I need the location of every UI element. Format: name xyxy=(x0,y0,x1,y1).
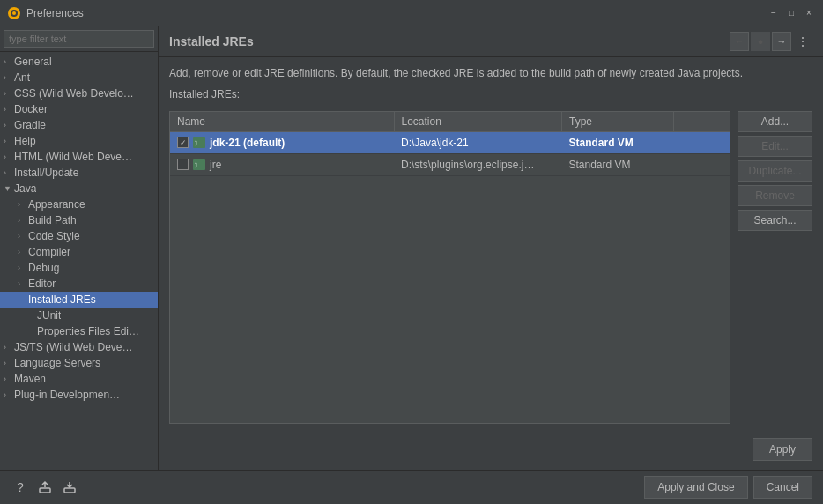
sidebar-item-installed-jres[interactable]: Installed JREs xyxy=(0,292,158,308)
tree-arrow-maven: › xyxy=(4,374,14,383)
remove-button: Remove xyxy=(738,185,812,206)
sidebar-item-label-appearance: Appearance xyxy=(28,198,85,211)
minimize-button[interactable]: − xyxy=(767,6,781,20)
col-location: Location xyxy=(394,112,562,132)
tree-arrow-ant: › xyxy=(4,73,14,82)
sidebar-item-label-general: General xyxy=(14,56,52,68)
jre-extra-jre xyxy=(674,153,730,175)
bottom-left-icons: ? xyxy=(11,478,79,497)
jre-table-wrapper: Name Location Type Jjdk-21 (default)D:\J… xyxy=(169,111,730,424)
jre-icon-jre: J xyxy=(192,158,206,172)
sidebar-item-label-maven: Maven xyxy=(14,373,46,385)
main-container: ›General›Ant›CSS (Wild Web Develo…›Docke… xyxy=(0,26,823,504)
jre-table: Name Location Type Jjdk-21 (default)D:\J… xyxy=(170,112,730,176)
import-icon-button[interactable] xyxy=(60,478,79,497)
tree-arrow-js-ts: › xyxy=(4,343,14,352)
sidebar-item-label-language-servers: Language Servers xyxy=(14,357,100,369)
app-icon xyxy=(7,6,21,20)
sidebar-item-label-properties: Properties Files Edi… xyxy=(37,325,139,337)
sidebar-item-gradle[interactable]: ›Gradle xyxy=(0,117,158,133)
jre-extra-jdk21 xyxy=(674,131,730,153)
table-row[interactable]: Jjdk-21 (default)D:\Java\jdk-21Standard … xyxy=(170,131,730,153)
sidebar-item-plug-in-dev[interactable]: ›Plug-in Developmen… xyxy=(0,387,158,403)
sidebar-item-editor[interactable]: ›Editor xyxy=(0,276,158,292)
jre-checkbox-jre[interactable] xyxy=(177,159,189,170)
jre-name-cell-jdk21: Jjdk-21 (default) xyxy=(170,131,394,153)
jre-name-jdk21: jdk-21 (default) xyxy=(210,137,285,149)
nav-forward-button[interactable]: → xyxy=(772,32,791,51)
sidebar-item-build-path[interactable]: ›Build Path xyxy=(0,212,158,228)
sidebar-item-html[interactable]: ›HTML (Wild Web Deve… xyxy=(0,149,158,165)
close-button[interactable]: × xyxy=(802,6,816,20)
help-icon-button[interactable]: ? xyxy=(11,478,30,497)
sidebar-item-label-editor: Editor xyxy=(28,278,56,290)
sidebar-item-debug[interactable]: ›Debug xyxy=(0,260,158,276)
tree-arrow-editor: › xyxy=(18,279,28,288)
sidebar-item-general[interactable]: ›General xyxy=(0,54,158,70)
tree-arrow-docker: › xyxy=(4,105,14,114)
sidebar-item-label-css: CSS (Wild Web Develo… xyxy=(14,87,134,100)
jre-location-jre: D:\sts\plugins\org.eclipse.j… xyxy=(394,153,562,175)
filter-input[interactable] xyxy=(4,30,154,48)
bottom-right-buttons: Apply and Close Cancel xyxy=(644,476,812,499)
tree-arrow-language-servers: › xyxy=(4,359,14,367)
sidebar-item-maven[interactable]: ›Maven xyxy=(0,371,158,387)
sidebar-item-css[interactable]: ›CSS (Wild Web Develo… xyxy=(0,85,158,101)
jre-type-jdk21: Standard VM xyxy=(562,131,674,153)
sidebar-item-label-compiler: Compiler xyxy=(28,246,70,258)
add-button[interactable]: Add... xyxy=(738,111,812,132)
jre-action-buttons: Add...Edit...Duplicate...RemoveSearch... xyxy=(738,111,812,424)
export-icon-button[interactable] xyxy=(35,478,55,497)
jre-location-jdk21: D:\Java\jdk-21 xyxy=(394,131,562,153)
sidebar-item-label-junit: JUnit xyxy=(37,309,61,322)
sidebar-item-properties[interactable]: Properties Files Edi… xyxy=(0,323,158,339)
nav-more-button[interactable]: ⋮ xyxy=(793,34,812,48)
sidebar-item-ant[interactable]: ›Ant xyxy=(0,70,158,85)
jre-table-container: Name Location Type Jjdk-21 (default)D:\J… xyxy=(169,111,812,424)
sidebar-item-install-update[interactable]: ›Install/Update xyxy=(0,165,158,181)
sidebar-item-label-plug-in-dev: Plug-in Developmen… xyxy=(14,389,120,401)
window-controls: − □ × xyxy=(767,6,816,20)
svg-text:J: J xyxy=(194,162,197,169)
sidebar-item-docker[interactable]: ›Docker xyxy=(0,101,158,117)
cancel-button[interactable]: Cancel xyxy=(753,476,812,499)
svg-point-2 xyxy=(12,11,16,15)
col-name: Name xyxy=(170,112,394,132)
apply-button[interactable]: Apply xyxy=(753,438,812,461)
jre-name-cell-jre: Jjre xyxy=(170,153,394,175)
title-bar: Preferences − □ × xyxy=(0,0,823,26)
maximize-button[interactable]: □ xyxy=(784,6,798,20)
tree-arrow-install-update: › xyxy=(4,168,14,177)
sidebar-item-js-ts[interactable]: ›JS/TS (Wild Web Deve… xyxy=(0,339,158,355)
tree-arrow-general: › xyxy=(4,57,14,66)
sidebar-item-help[interactable]: ›Help xyxy=(0,133,158,149)
col-extra xyxy=(674,112,730,132)
search-button[interactable]: Search... xyxy=(738,210,812,231)
apply-and-close-button[interactable]: Apply and Close xyxy=(644,476,747,499)
sidebar-item-compiler[interactable]: ›Compiler xyxy=(0,244,158,260)
nav-separator: ● xyxy=(751,32,770,51)
sidebar-item-label-docker: Docker xyxy=(14,103,48,115)
nav-back-button[interactable]: ← xyxy=(730,32,749,51)
window-title: Preferences xyxy=(26,7,767,19)
sidebar-item-label-code-style: Code Style xyxy=(28,230,80,242)
right-panel: Installed JREs ← ● → ⋮ Add, remove or ed… xyxy=(159,26,823,470)
tree-arrow-html: › xyxy=(4,152,14,161)
col-type: Type xyxy=(562,112,674,132)
sidebar-item-label-debug: Debug xyxy=(28,262,59,274)
sidebar-item-code-style[interactable]: ›Code Style xyxy=(0,228,158,244)
sidebar-item-label-ant: Ant xyxy=(14,71,30,84)
sidebar-item-language-servers[interactable]: ›Language Servers xyxy=(0,355,158,371)
jre-name-jre: jre xyxy=(210,159,221,171)
sidebar-item-java[interactable]: ▼Java xyxy=(0,181,158,196)
tree-arrow-build-path: › xyxy=(18,216,28,225)
table-row[interactable]: JjreD:\sts\plugins\org.eclipse.j…Standar… xyxy=(170,153,730,175)
panel-nav: ← ● → ⋮ xyxy=(730,32,812,51)
duplicate-button: Duplicate... xyxy=(738,160,812,182)
sidebar-item-label-html: HTML (Wild Web Deve… xyxy=(14,151,132,163)
sidebar-item-junit[interactable]: JUnit xyxy=(0,308,158,323)
sidebar-item-label-build-path: Build Path xyxy=(28,214,77,226)
edit-button: Edit... xyxy=(738,136,812,157)
jre-checkbox-jdk21[interactable] xyxy=(177,137,189,148)
sidebar-item-appearance[interactable]: ›Appearance xyxy=(0,196,158,212)
